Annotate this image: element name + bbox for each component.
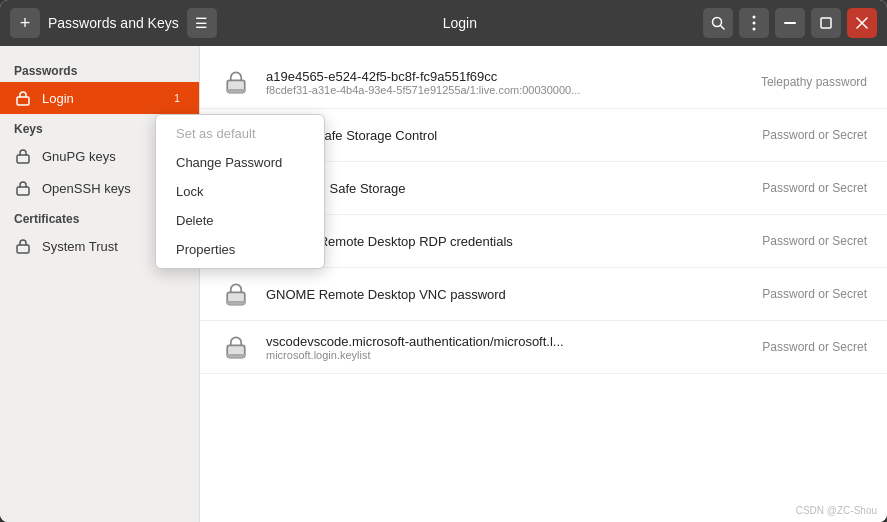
app-title: Passwords and Keys [48,15,179,31]
password-name: GNOME Remote Desktop RDP credentials [266,234,748,249]
svg-line-1 [721,26,725,30]
lock-icon [220,331,252,363]
password-type: Password or Secret [762,181,867,195]
context-menu-change-password[interactable]: Change Password [156,148,324,177]
password-info: GNOME Remote Desktop RDP credentials [266,234,748,249]
system-trust-label: System Trust [42,239,118,254]
search-icon [711,16,725,30]
password-name: GNOME Remote Desktop VNC password [266,287,748,302]
svg-rect-30 [226,301,245,304]
password-list-item[interactable]: a19e4565-e524-42f5-bc8f-fc9a551f69ccf8cd… [200,56,887,109]
svg-rect-12 [17,245,29,253]
maximize-button[interactable] [811,8,841,38]
titlebar: + Passwords and Keys ☰ Login [0,0,887,46]
svg-rect-34 [226,354,245,357]
menu-button[interactable]: ☰ [187,8,217,38]
svg-rect-14 [226,89,245,92]
openssh-label: OpenSSH keys [42,181,131,196]
gnupg-icon [14,147,32,165]
svg-rect-9 [17,97,29,105]
password-info: Chrome Safe Storage Control [266,128,748,143]
window-title: Login [443,15,477,31]
svg-rect-5 [784,22,796,24]
password-type: Password or Secret [762,128,867,142]
system-trust-icon [14,237,32,255]
svg-point-3 [753,22,756,25]
login-label: Login [42,91,74,106]
sidebar: Passwords Login 1 Keys [0,46,200,522]
openssh-icon [14,179,32,197]
add-button[interactable]: + [10,8,40,38]
svg-point-2 [753,16,756,19]
context-menu-lock[interactable]: Lock [156,177,324,206]
context-menu: Set as default Change Password Lock Dele… [155,114,325,269]
password-type: Password or Secret [762,340,867,354]
lock-icon [220,66,252,98]
kebab-icon [752,15,756,31]
password-name: vscodevscode.microsoft-authentication/mi… [266,334,748,349]
kebab-button[interactable] [739,8,769,38]
password-name: a19e4565-e524-42f5-bc8f-fc9a551f69cc [266,69,747,84]
password-list-item[interactable]: GNOME Remote Desktop VNC passwordPasswor… [200,268,887,321]
password-sub: microsoft.login.keylist [266,349,748,361]
password-info: a19e4565-e524-42f5-bc8f-fc9a551f69ccf8cd… [266,69,747,96]
close-icon [856,17,868,29]
minimize-button[interactable] [775,8,805,38]
app-window: + Passwords and Keys ☰ Login [0,0,887,522]
minimize-icon [784,22,796,24]
context-menu-properties[interactable]: Properties [156,235,324,264]
svg-rect-10 [17,155,29,163]
password-info: GNOME Remote Desktop VNC password [266,287,748,302]
lock-icon [220,278,252,310]
search-button[interactable] [703,8,733,38]
notification-badge: 1 [169,90,185,106]
titlebar-right [703,8,877,38]
password-info: Chromium Safe Storage [266,181,748,196]
password-list-item[interactable]: vscodevscode.microsoft-authentication/mi… [200,321,887,374]
password-sub: f8cdef31-a31e-4b4a-93e4-5f571e91255a/1:l… [266,84,747,96]
titlebar-left: + Passwords and Keys ☰ [10,8,217,38]
svg-rect-6 [821,18,831,28]
svg-rect-11 [17,187,29,195]
gnupg-label: GnuPG keys [42,149,116,164]
login-icon [14,89,32,107]
sidebar-item-login[interactable]: Login 1 [0,82,199,114]
maximize-icon [820,17,832,29]
context-menu-delete[interactable]: Delete [156,206,324,235]
password-type: Password or Secret [762,287,867,301]
svg-point-4 [753,28,756,31]
main-content: Passwords Login 1 Keys [0,46,887,522]
password-type: Telepathy password [761,75,867,89]
titlebar-center: Login [225,15,695,31]
password-type: Password or Secret [762,234,867,248]
context-menu-set-default: Set as default [156,119,324,148]
passwords-section-label: Passwords [0,56,199,82]
password-name: Chromium Safe Storage [266,181,748,196]
password-name: Chrome Safe Storage Control [266,128,748,143]
close-button[interactable] [847,8,877,38]
password-info: vscodevscode.microsoft-authentication/mi… [266,334,748,361]
